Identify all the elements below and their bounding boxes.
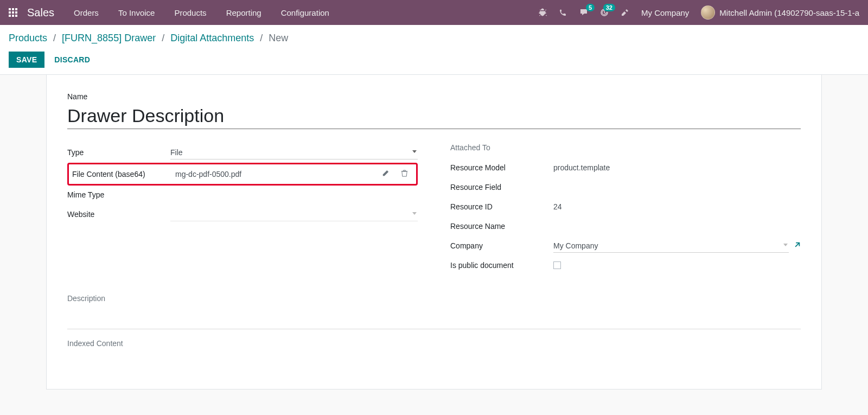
attached-to-title: Attached To [450, 143, 801, 152]
file-content-label: File Content (base64) [72, 170, 175, 178]
website-select[interactable] [170, 208, 418, 221]
username: Mitchell Admin (14902790-saas-15-1-a [719, 8, 859, 17]
breadcrumb-attachments[interactable]: Digital Attachments [170, 33, 254, 43]
res-id-row: Resource ID 24 [450, 197, 801, 216]
sheet-background: Name Type File Content (base64) mg-dc-pd… [0, 75, 868, 390]
tools-icon[interactable] [621, 8, 629, 17]
edit-icon[interactable] [381, 169, 390, 179]
right-column: Attached To Resource Model product.templ… [450, 143, 801, 276]
res-model-value: product.template [553, 163, 801, 172]
left-column: Type File Content (base64) mg-dc-pdf-050… [67, 143, 418, 276]
external-link-icon[interactable] [793, 241, 801, 251]
res-model-row: Resource Model product.template [450, 158, 801, 177]
file-content-value[interactable]: mg-dc-pdf-0500.pdf [175, 170, 241, 178]
chevron-down-icon [412, 150, 417, 153]
file-actions [381, 169, 413, 179]
trash-icon[interactable] [400, 169, 409, 179]
res-id-value: 24 [553, 202, 801, 211]
website-label: Website [67, 210, 170, 219]
messages-badge: 5 [586, 4, 595, 11]
messages-icon[interactable]: 5 [579, 8, 588, 17]
name-label: Name [67, 92, 801, 101]
nav-reporting[interactable]: Reporting [226, 8, 261, 17]
public-row: Is public document [450, 256, 801, 274]
activities-icon[interactable]: 32 [600, 8, 609, 17]
apps-icon[interactable] [9, 8, 17, 17]
public-value [553, 261, 801, 269]
public-label: Is public document [450, 261, 553, 270]
file-content-row: File Content (base64) mg-dc-pdf-0500.pdf [72, 164, 413, 184]
breadcrumb-current: New [269, 33, 288, 43]
company-value[interactable] [553, 239, 789, 253]
res-name-row: Resource Name [450, 217, 801, 235]
avatar [701, 5, 715, 20]
nav-orders[interactable]: Orders [74, 8, 99, 17]
file-content-highlight: File Content (base64) mg-dc-pdf-0500.pdf [67, 163, 418, 186]
chevron-down-icon [412, 212, 417, 215]
activities-badge: 32 [603, 4, 615, 11]
type-row: Type [67, 143, 418, 162]
nav-products[interactable]: Products [174, 8, 206, 17]
nav-configuration[interactable]: Configuration [281, 8, 329, 17]
top-right: 5 32 My Company Mitchell Admin (14902790… [538, 5, 859, 20]
mime-label: Mime Type [67, 190, 170, 199]
bug-icon[interactable] [538, 8, 547, 17]
chevron-down-icon [783, 244, 788, 246]
user-menu[interactable]: Mitchell Admin (14902790-saas-15-1-a [701, 5, 859, 20]
company-switcher[interactable]: My Company [641, 8, 689, 17]
breadcrumb: Products / [FURN_8855] Drawer / Digital … [9, 33, 859, 44]
control-panel: Products / [FURN_8855] Drawer / Digital … [0, 25, 868, 75]
button-row: SAVE DISCARD [9, 52, 859, 68]
res-field-row: Resource Field [450, 178, 801, 196]
form-sheet: Name Type File Content (base64) mg-dc-pd… [46, 75, 822, 390]
mime-row: Mime Type [67, 186, 418, 204]
description-section-title: Description [67, 294, 801, 303]
company-label: Company [450, 241, 553, 250]
phone-icon[interactable] [559, 8, 567, 17]
form-columns: Type File Content (base64) mg-dc-pdf-050… [67, 143, 801, 276]
website-row: Website [67, 205, 418, 224]
indexed-section-title: Indexed Content [67, 339, 801, 348]
type-value[interactable] [170, 146, 418, 159]
top-nav: Sales Orders To Invoice Products Reporti… [0, 0, 868, 25]
save-button[interactable]: SAVE [9, 52, 44, 68]
res-model-label: Resource Model [450, 163, 553, 172]
breadcrumb-product[interactable]: [FURN_8855] Drawer [62, 33, 156, 43]
breadcrumb-products[interactable]: Products [9, 33, 47, 43]
website-value[interactable] [170, 208, 418, 221]
type-label: Type [67, 148, 170, 157]
type-select[interactable] [170, 146, 418, 159]
discard-button[interactable]: DISCARD [54, 55, 90, 64]
name-input[interactable] [67, 104, 801, 129]
separator [67, 329, 801, 329]
res-id-label: Resource ID [450, 202, 553, 211]
brand[interactable]: Sales [27, 7, 54, 19]
company-row: Company [450, 237, 801, 255]
public-checkbox[interactable] [553, 261, 561, 269]
res-field-label: Resource Field [450, 183, 553, 191]
nav-to-invoice[interactable]: To Invoice [118, 8, 155, 17]
company-select[interactable] [553, 239, 789, 253]
nav-menu: Orders To Invoice Products Reporting Con… [74, 8, 329, 17]
res-name-label: Resource Name [450, 222, 553, 231]
